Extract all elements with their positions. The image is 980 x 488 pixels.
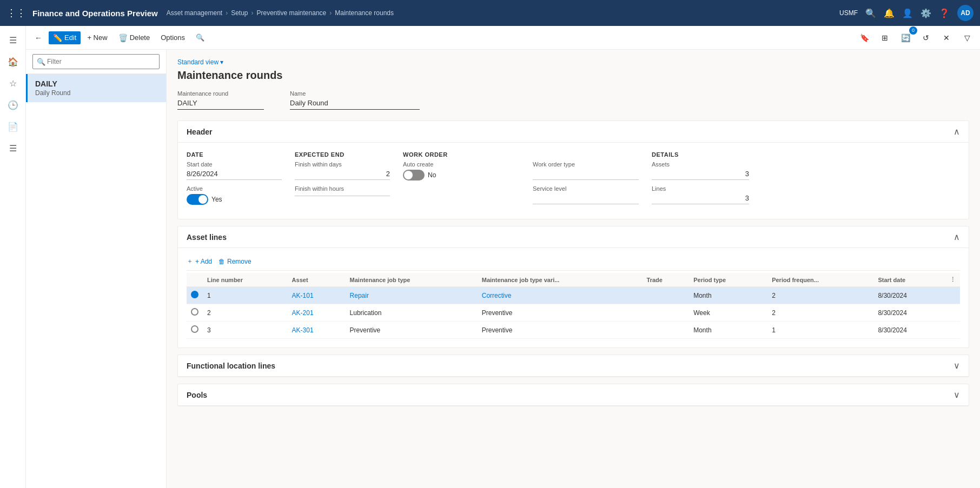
- work-order-type-field: Work order type: [533, 161, 639, 180]
- layout-icon-btn[interactable]: ⊞: [876, 29, 893, 46]
- edit-button[interactable]: ✏️ Edit: [49, 31, 81, 44]
- header-section-title: Header: [187, 128, 212, 136]
- auto-create-field: Auto create No: [403, 161, 520, 181]
- sidebar-list-icon[interactable]: ☰: [3, 138, 23, 158]
- active-text: Yes: [211, 196, 222, 203]
- col-more[interactable]: ⋮: [945, 273, 960, 287]
- details-group: DETAILS Assets 3 Lines 3: [652, 151, 749, 210]
- pools-collapse-btn[interactable]: ∨: [953, 390, 960, 400]
- breadcrumb-asset-management[interactable]: Asset management: [167, 9, 222, 17]
- row-radio-0[interactable]: [187, 287, 203, 304]
- row-asset-2[interactable]: AK-301: [288, 322, 346, 339]
- sidebar-document-icon[interactable]: 📄: [3, 117, 23, 136]
- service-level-value[interactable]: [533, 193, 639, 204]
- bookmark-icon-btn[interactable]: 🔖: [856, 29, 873, 46]
- bell-icon[interactable]: 🔔: [884, 8, 895, 18]
- lines-label: Lines: [652, 185, 749, 192]
- col-period-type[interactable]: Period type: [689, 273, 767, 287]
- new-button[interactable]: + New: [83, 31, 111, 44]
- search-icon[interactable]: 🔍: [865, 8, 876, 18]
- header-section-header[interactable]: Header ∧: [178, 121, 969, 143]
- close-panel-btn[interactable]: ✕: [938, 29, 955, 46]
- filter-input[interactable]: [32, 54, 160, 69]
- row-asset-1[interactable]: AK-201: [288, 304, 346, 322]
- maintenance-round-value[interactable]: DAILY: [177, 98, 264, 110]
- table-row[interactable]: 3 AK-301 Preventive Preventive Month 1 8…: [187, 322, 960, 339]
- functional-location-collapse-btn[interactable]: ∨: [953, 360, 960, 371]
- sidebar-star-icon[interactable]: ☆: [3, 73, 23, 93]
- col-period-freq[interactable]: Period frequen...: [767, 273, 873, 287]
- row-more-0[interactable]: [945, 287, 960, 304]
- add-button[interactable]: ＋ + Add: [187, 257, 212, 266]
- back-button[interactable]: ←: [30, 31, 47, 44]
- auto-create-toggle[interactable]: [403, 170, 425, 181]
- work-order-type-label: Work order type: [533, 161, 639, 168]
- col-mj-type[interactable]: Maintenance job type: [346, 273, 478, 287]
- col-start-date[interactable]: Start date: [873, 273, 945, 287]
- sidebar-clock-icon[interactable]: 🕒: [3, 95, 23, 115]
- col-line-number[interactable]: Line number: [203, 273, 288, 287]
- options-search-button[interactable]: 🔍: [191, 31, 209, 44]
- list-item-name: Daily Round: [35, 89, 158, 97]
- table-row[interactable]: 1 AK-101 Repair Corrective Month 2 8/30/…: [187, 287, 960, 304]
- row-mj-var-1: Preventive: [478, 304, 643, 322]
- app-title: Finance and Operations Preview: [32, 9, 158, 18]
- finish-hours-value[interactable]: [295, 193, 390, 196]
- asset-lines-collapse-btn[interactable]: ∧: [953, 232, 960, 242]
- edit-icon: ✏️: [53, 34, 62, 42]
- row-radio-2[interactable]: [187, 322, 203, 339]
- refresh-notification-btn[interactable]: 🔄 0: [897, 29, 914, 46]
- col-asset[interactable]: Asset: [288, 273, 346, 287]
- col-mj-var[interactable]: Maintenance job type vari...: [478, 273, 643, 287]
- row-more-2[interactable]: [945, 322, 960, 339]
- lines-value[interactable]: 3: [652, 193, 749, 204]
- name-value[interactable]: Daily Round: [290, 98, 420, 110]
- delete-button[interactable]: 🗑️ Delete: [114, 31, 155, 44]
- gear-icon[interactable]: ⚙️: [921, 8, 931, 18]
- radio-circle[interactable]: [191, 325, 198, 333]
- filter-icon-btn[interactable]: ▽: [958, 29, 976, 46]
- finish-days-value[interactable]: 2: [295, 169, 390, 180]
- work-order-group: WORK ORDER Auto create No: [403, 151, 533, 186]
- pools-header[interactable]: Pools ∨: [178, 384, 969, 406]
- app-grid-icon[interactable]: ⋮⋮: [6, 7, 26, 19]
- active-toggle[interactable]: [187, 194, 208, 205]
- sidebar-home-icon[interactable]: 🏠: [3, 52, 23, 71]
- asset-lines-table: Line number Asset Maintenance job type M…: [187, 273, 960, 339]
- row-mj-var-2: Preventive: [478, 322, 643, 339]
- asset-lines-section: Asset lines ∧ ＋ + Add 🗑 Remove: [177, 226, 969, 348]
- options-button[interactable]: Options: [156, 31, 189, 44]
- row-radio-1[interactable]: [187, 304, 203, 322]
- view-selector[interactable]: Standard view ▾: [177, 58, 969, 66]
- finish-hours-field: Finish within hours: [295, 185, 390, 196]
- expected-end-title: EXPECTED END: [295, 151, 390, 158]
- person-icon[interactable]: 👤: [902, 8, 913, 18]
- header-collapse-btn[interactable]: ∧: [953, 126, 960, 137]
- col-trade[interactable]: Trade: [643, 273, 690, 287]
- sync-icon-btn[interactable]: ↺: [917, 29, 935, 46]
- start-date-value[interactable]: 8/26/2024: [187, 169, 282, 180]
- list-item[interactable]: DAILY Daily Round: [26, 74, 166, 102]
- radio-circle[interactable]: [191, 291, 198, 298]
- radio-circle[interactable]: [191, 308, 198, 316]
- row-line-1: 2: [203, 304, 288, 322]
- avatar[interactable]: AD: [957, 5, 974, 21]
- row-more-1[interactable]: [945, 304, 960, 322]
- breadcrumb-setup[interactable]: Setup: [231, 9, 248, 17]
- functional-location-header[interactable]: Functional location lines ∨: [178, 355, 969, 377]
- breadcrumb-preventive[interactable]: Preventive maintenance: [257, 9, 327, 17]
- table-row[interactable]: 2 AK-201 Lubrication Preventive Week 2 8…: [187, 304, 960, 322]
- asset-lines-header[interactable]: Asset lines ∧: [178, 226, 969, 248]
- assets-value[interactable]: 3: [652, 169, 749, 180]
- sidebar-hamburger-icon[interactable]: ☰: [3, 30, 23, 50]
- remove-button[interactable]: 🗑 Remove: [218, 258, 251, 265]
- row-trade-2: [643, 322, 690, 339]
- search-icon: 🔍: [196, 34, 204, 42]
- row-asset-0[interactable]: AK-101: [288, 287, 346, 304]
- pools-title: Pools: [187, 391, 207, 399]
- row-period-type-2: Month: [689, 322, 767, 339]
- help-icon[interactable]: ❓: [939, 8, 950, 18]
- env-label: USMF: [839, 9, 858, 17]
- work-order-type-value[interactable]: [533, 169, 639, 180]
- add-icon: ＋: [187, 257, 193, 266]
